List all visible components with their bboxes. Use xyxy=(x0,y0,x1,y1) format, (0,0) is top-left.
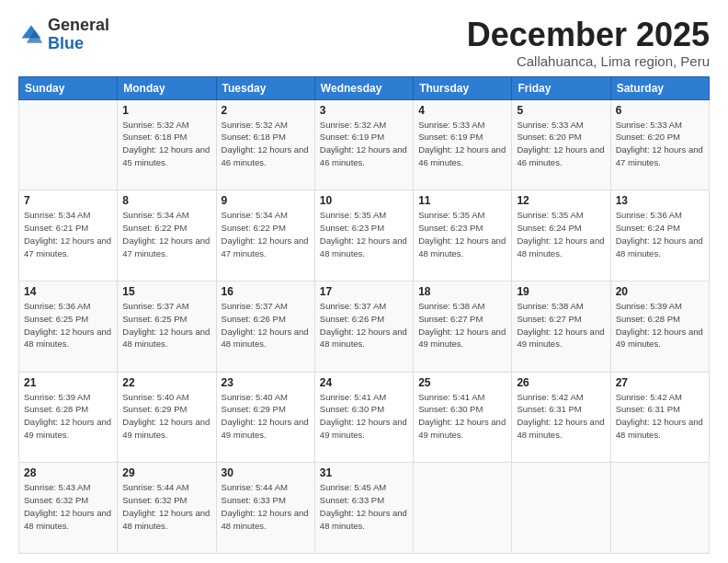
day-info: Sunrise: 5:44 AMSunset: 6:33 PMDaylight:… xyxy=(222,482,309,530)
table-row xyxy=(19,99,118,190)
col-friday: Friday xyxy=(512,76,610,99)
table-row: 24 Sunrise: 5:41 AMSunset: 6:30 PMDaylig… xyxy=(314,372,413,463)
table-row xyxy=(414,463,512,554)
logo-text: General Blue xyxy=(48,17,109,53)
table-row: 27 Sunrise: 5:42 AMSunset: 6:31 PMDaylig… xyxy=(610,372,709,463)
day-info: Sunrise: 5:37 AMSunset: 6:25 PMDaylight:… xyxy=(122,301,210,349)
day-number: 29 xyxy=(122,466,210,479)
table-row: 12 Sunrise: 5:35 AMSunset: 6:24 PMDaylig… xyxy=(512,190,610,282)
logo-icon xyxy=(18,22,44,48)
table-row: 28 Sunrise: 5:43 AMSunset: 6:32 PMDaylig… xyxy=(19,463,118,554)
table-row: 31 Sunrise: 5:45 AMSunset: 6:33 PMDaylig… xyxy=(314,463,413,554)
day-info: Sunrise: 5:32 AMSunset: 6:18 PMDaylight:… xyxy=(122,120,210,167)
calendar-week-5: 28 Sunrise: 5:43 AMSunset: 6:32 PMDaylig… xyxy=(19,463,710,554)
page: General Blue December 2025 Callahuanca, … xyxy=(0,0,728,563)
calendar-week-4: 21 Sunrise: 5:39 AMSunset: 6:28 PMDaylig… xyxy=(19,372,710,463)
day-info: Sunrise: 5:43 AMSunset: 6:32 PMDaylight:… xyxy=(24,482,111,530)
table-row xyxy=(512,463,610,554)
day-number: 16 xyxy=(222,285,310,298)
day-number: 2 xyxy=(222,104,310,117)
day-info: Sunrise: 5:37 AMSunset: 6:26 PMDaylight:… xyxy=(222,301,309,349)
day-number: 6 xyxy=(616,104,704,117)
day-number: 14 xyxy=(24,285,112,298)
table-row: 6 Sunrise: 5:33 AMSunset: 6:20 PMDayligh… xyxy=(610,99,709,190)
table-row: 11 Sunrise: 5:35 AMSunset: 6:23 PMDaylig… xyxy=(414,190,512,282)
day-number: 20 xyxy=(616,285,704,298)
table-row: 5 Sunrise: 5:33 AMSunset: 6:20 PMDayligh… xyxy=(512,99,610,190)
day-number: 19 xyxy=(517,285,605,298)
day-number: 7 xyxy=(24,194,112,207)
title-section: December 2025 Callahuanca, Lima region, … xyxy=(467,17,710,69)
day-info: Sunrise: 5:41 AMSunset: 6:30 PMDaylight:… xyxy=(320,392,407,440)
day-number: 11 xyxy=(418,194,506,207)
header: General Blue December 2025 Callahuanca, … xyxy=(18,17,710,69)
table-row: 21 Sunrise: 5:39 AMSunset: 6:28 PMDaylig… xyxy=(19,372,118,463)
day-info: Sunrise: 5:37 AMSunset: 6:26 PMDaylight:… xyxy=(320,301,407,349)
day-number: 15 xyxy=(122,285,210,298)
col-monday: Monday xyxy=(118,76,216,99)
calendar-table: Sunday Monday Tuesday Wednesday Thursday… xyxy=(18,76,710,554)
table-row xyxy=(610,463,709,554)
col-tuesday: Tuesday xyxy=(216,76,314,99)
table-row: 10 Sunrise: 5:35 AMSunset: 6:23 PMDaylig… xyxy=(314,190,413,282)
table-row: 14 Sunrise: 5:36 AMSunset: 6:25 PMDaylig… xyxy=(19,281,118,372)
day-number: 9 xyxy=(222,194,310,207)
day-number: 26 xyxy=(517,376,605,389)
table-row: 4 Sunrise: 5:33 AMSunset: 6:19 PMDayligh… xyxy=(414,99,512,190)
day-info: Sunrise: 5:38 AMSunset: 6:27 PMDaylight:… xyxy=(517,301,604,349)
day-info: Sunrise: 5:45 AMSunset: 6:33 PMDaylight:… xyxy=(320,482,407,530)
day-info: Sunrise: 5:36 AMSunset: 6:24 PMDaylight:… xyxy=(616,210,703,258)
day-number: 8 xyxy=(122,194,210,207)
table-row: 9 Sunrise: 5:34 AMSunset: 6:22 PMDayligh… xyxy=(216,190,314,282)
col-thursday: Thursday xyxy=(414,76,512,99)
table-row: 2 Sunrise: 5:32 AMSunset: 6:18 PMDayligh… xyxy=(216,99,314,190)
day-number: 28 xyxy=(24,466,112,479)
day-info: Sunrise: 5:35 AMSunset: 6:23 PMDaylight:… xyxy=(320,210,407,258)
day-number: 24 xyxy=(320,376,408,389)
logo-general: General xyxy=(48,17,109,35)
calendar-title: December 2025 xyxy=(467,17,710,53)
day-info: Sunrise: 5:33 AMSunset: 6:20 PMDaylight:… xyxy=(517,120,604,167)
day-info: Sunrise: 5:35 AMSunset: 6:23 PMDaylight:… xyxy=(418,210,506,258)
day-info: Sunrise: 5:40 AMSunset: 6:29 PMDaylight:… xyxy=(122,392,210,440)
day-number: 12 xyxy=(517,194,605,207)
table-row: 7 Sunrise: 5:34 AMSunset: 6:21 PMDayligh… xyxy=(19,190,118,282)
header-row: Sunday Monday Tuesday Wednesday Thursday… xyxy=(19,76,710,99)
table-row: 26 Sunrise: 5:42 AMSunset: 6:31 PMDaylig… xyxy=(512,372,610,463)
table-row: 25 Sunrise: 5:41 AMSunset: 6:30 PMDaylig… xyxy=(414,372,512,463)
day-number: 17 xyxy=(320,285,408,298)
calendar-week-3: 14 Sunrise: 5:36 AMSunset: 6:25 PMDaylig… xyxy=(19,281,710,372)
day-number: 25 xyxy=(418,376,506,389)
day-info: Sunrise: 5:42 AMSunset: 6:31 PMDaylight:… xyxy=(616,392,703,440)
day-info: Sunrise: 5:39 AMSunset: 6:28 PMDaylight:… xyxy=(24,392,111,440)
day-number: 3 xyxy=(320,104,408,117)
day-info: Sunrise: 5:44 AMSunset: 6:32 PMDaylight:… xyxy=(122,482,210,530)
day-number: 30 xyxy=(222,466,310,479)
day-number: 27 xyxy=(616,376,704,389)
day-info: Sunrise: 5:32 AMSunset: 6:19 PMDaylight:… xyxy=(320,120,407,167)
table-row: 13 Sunrise: 5:36 AMSunset: 6:24 PMDaylig… xyxy=(610,190,709,282)
day-info: Sunrise: 5:35 AMSunset: 6:24 PMDaylight:… xyxy=(517,210,604,258)
day-info: Sunrise: 5:32 AMSunset: 6:18 PMDaylight:… xyxy=(222,120,309,167)
table-row: 29 Sunrise: 5:44 AMSunset: 6:32 PMDaylig… xyxy=(118,463,216,554)
table-row: 18 Sunrise: 5:38 AMSunset: 6:27 PMDaylig… xyxy=(414,281,512,372)
table-row: 8 Sunrise: 5:34 AMSunset: 6:22 PMDayligh… xyxy=(118,190,216,282)
day-info: Sunrise: 5:34 AMSunset: 6:22 PMDaylight:… xyxy=(222,210,309,258)
table-row: 20 Sunrise: 5:39 AMSunset: 6:28 PMDaylig… xyxy=(610,281,709,372)
calendar-subtitle: Callahuanca, Lima region, Peru xyxy=(467,53,710,69)
day-info: Sunrise: 5:42 AMSunset: 6:31 PMDaylight:… xyxy=(517,392,604,440)
day-number: 10 xyxy=(320,194,408,207)
day-info: Sunrise: 5:33 AMSunset: 6:20 PMDaylight:… xyxy=(616,120,703,167)
day-info: Sunrise: 5:39 AMSunset: 6:28 PMDaylight:… xyxy=(616,301,703,349)
table-row: 15 Sunrise: 5:37 AMSunset: 6:25 PMDaylig… xyxy=(118,281,216,372)
day-number: 4 xyxy=(418,104,506,117)
table-row: 19 Sunrise: 5:38 AMSunset: 6:27 PMDaylig… xyxy=(512,281,610,372)
table-row: 3 Sunrise: 5:32 AMSunset: 6:19 PMDayligh… xyxy=(314,99,413,190)
table-row: 16 Sunrise: 5:37 AMSunset: 6:26 PMDaylig… xyxy=(216,281,314,372)
day-info: Sunrise: 5:41 AMSunset: 6:30 PMDaylight:… xyxy=(418,392,506,440)
day-info: Sunrise: 5:40 AMSunset: 6:29 PMDaylight:… xyxy=(222,392,309,440)
calendar-week-1: 1 Sunrise: 5:32 AMSunset: 6:18 PMDayligh… xyxy=(19,99,710,190)
day-number: 1 xyxy=(122,104,210,117)
day-info: Sunrise: 5:34 AMSunset: 6:21 PMDaylight:… xyxy=(24,210,111,258)
table-row: 30 Sunrise: 5:44 AMSunset: 6:33 PMDaylig… xyxy=(216,463,314,554)
